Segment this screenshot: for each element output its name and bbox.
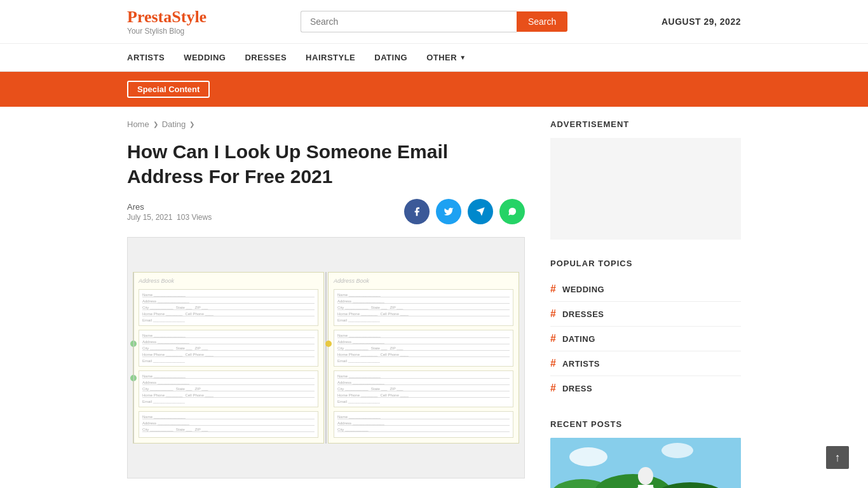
- nav-item-dating[interactable]: DATING: [374, 44, 407, 71]
- recent-posts-section: RECENT POSTS: [550, 419, 741, 488]
- search-input[interactable]: [301, 11, 517, 32]
- topic-hash-icon: #: [550, 383, 556, 394]
- topic-item-dress[interactable]: # DRESS: [550, 376, 741, 400]
- topic-label: WEDDING: [562, 285, 604, 294]
- topic-hash-icon: #: [550, 358, 556, 369]
- main-nav: ARTISTS WEDDING DRESSES HAIRSTYLE DATING…: [0, 44, 868, 72]
- topic-hash-icon: #: [550, 283, 556, 295]
- meta-left: Ares July 15, 2021 103 Views: [127, 202, 212, 222]
- advertisement-placeholder: [550, 138, 741, 240]
- nav-item-other[interactable]: OTHER ▼: [426, 44, 466, 71]
- topic-item-dating[interactable]: # DATING: [550, 327, 741, 351]
- search-button[interactable]: Search: [517, 11, 567, 32]
- special-content-banner: Special Content: [0, 72, 868, 107]
- arrow-up-icon: ↑: [835, 451, 841, 464]
- topic-hash-icon: #: [550, 333, 556, 344]
- nav-item-wedding[interactable]: WEDDING: [184, 44, 226, 71]
- breadcrumb-category[interactable]: Dating: [162, 119, 186, 129]
- site-header: PrestaStyle Your Stylish Blog Search AUG…: [0, 0, 868, 44]
- topic-hash-icon: #: [550, 308, 556, 320]
- topic-label: DRESSES: [562, 309, 604, 319]
- search-area: Search: [301, 11, 567, 32]
- special-badge: Special Content: [127, 81, 210, 98]
- article-image: Address Book Name _______________ Addres…: [127, 237, 525, 478]
- svg-point-1: [569, 447, 607, 466]
- advertisement-label: ADVERTISEMENT: [550, 119, 741, 129]
- whatsapp-share-button[interactable]: [499, 199, 525, 224]
- main-container: Home ❯ Dating ❯ How Can I Look Up Someon…: [0, 107, 868, 488]
- facebook-share-button[interactable]: [404, 199, 430, 224]
- sidebar: ADVERTISEMENT POPULAR TOPICS # WEDDING #…: [550, 119, 741, 488]
- article-date-views: July 15, 2021 103 Views: [127, 213, 212, 222]
- svg-point-2: [661, 443, 693, 458]
- breadcrumb-home[interactable]: Home: [127, 119, 149, 129]
- svg-point-7: [638, 467, 653, 485]
- social-icons: [404, 199, 525, 224]
- recent-posts-title: RECENT POSTS: [550, 419, 741, 429]
- chevron-down-icon: ▼: [459, 54, 466, 61]
- advertisement-section: ADVERTISEMENT: [550, 119, 741, 240]
- topic-label: DATING: [562, 334, 595, 344]
- recent-post-image[interactable]: [550, 438, 741, 488]
- logo-title: PrestaStyle: [127, 8, 207, 27]
- twitter-share-button[interactable]: [436, 199, 461, 224]
- breadcrumb: Home ❯ Dating ❯: [127, 119, 525, 129]
- article-title: How Can I Look Up Someone Email Address …: [127, 139, 525, 189]
- telegram-share-button[interactable]: [468, 199, 493, 224]
- article-meta: Ares July 15, 2021 103 Views: [127, 199, 525, 224]
- logo-subtitle: Your Stylish Blog: [127, 27, 207, 36]
- nav-item-hairstyle[interactable]: HAIRSTYLE: [306, 44, 355, 71]
- article: Home ❯ Dating ❯ How Can I Look Up Someon…: [127, 119, 525, 488]
- breadcrumb-chevron-2: ❯: [189, 121, 194, 128]
- topic-item-wedding[interactable]: # WEDDING: [550, 277, 741, 302]
- article-author: Ares: [127, 202, 212, 212]
- popular-topics-title: POPULAR TOPICS: [550, 259, 741, 268]
- nav-item-artists[interactable]: ARTISTS: [127, 44, 165, 71]
- scroll-to-top-button[interactable]: ↑: [826, 446, 849, 469]
- breadcrumb-chevron-1: ❯: [153, 121, 158, 128]
- popular-topics-section: POPULAR TOPICS # WEDDING # DRESSES # DAT…: [550, 259, 741, 400]
- nav-item-dresses[interactable]: DRESSES: [245, 44, 287, 71]
- logo[interactable]: PrestaStyle Your Stylish Blog: [127, 8, 207, 36]
- popular-topics-list: # WEDDING # DRESSES # DATING # ARTISTS #: [550, 277, 741, 400]
- header-date: AUGUST 29, 2022: [661, 17, 741, 27]
- topic-item-dresses[interactable]: # DRESSES: [550, 302, 741, 327]
- topic-item-artists[interactable]: # ARTISTS: [550, 351, 741, 376]
- topic-label: ARTISTS: [562, 359, 600, 369]
- topic-label: DRESS: [562, 384, 592, 393]
